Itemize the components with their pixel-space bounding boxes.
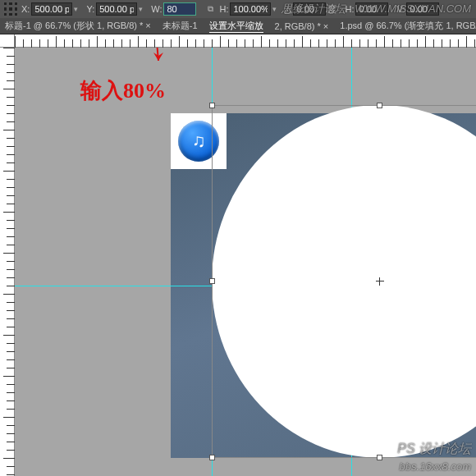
transform-bounding-box[interactable] (212, 105, 476, 458)
h-input[interactable] (230, 2, 271, 16)
transform-options-bar: X: ▾ Y: ▾ W: ⧉ H: ▾ △ 度 H: V: (0, 0, 476, 18)
angle-input[interactable] (293, 2, 326, 16)
h-label: H: (219, 4, 228, 14)
transform-handle[interactable] (209, 455, 215, 460)
annotation-arrow-icon (150, 48, 170, 77)
link-aspect-icon[interactable]: ⧉ (204, 3, 216, 15)
annotation-text: 输入80% (80, 76, 166, 105)
document-tab[interactable]: 1.psd @ 66.7% (渐变填充 1, RGB/8) * × (340, 20, 476, 32)
dropdown-icon[interactable]: ▾ (74, 5, 78, 13)
w-input[interactable] (163, 2, 196, 16)
w-label: W: (151, 4, 162, 14)
dropdown-icon[interactable]: ▾ (272, 5, 277, 13)
skew-v-input[interactable] (406, 2, 439, 16)
document-tab[interactable]: 未标题-1 (162, 20, 198, 32)
transform-handle[interactable] (377, 103, 382, 108)
transform-handle[interactable] (377, 455, 382, 460)
angle-unit: 度 (327, 3, 336, 16)
transform-handle[interactable] (209, 103, 215, 108)
y-input[interactable] (96, 2, 137, 16)
transform-center-icon[interactable] (376, 277, 384, 286)
skew-h-label: H: (345, 4, 354, 14)
canvas-workspace[interactable]: ♫ 输入80% (15, 48, 476, 476)
reference-point-grid[interactable] (3, 2, 18, 16)
document-tabbar: 标题-1 @ 66.7% (形状 1, RGB/8) * × 未标题-1 设置水… (0, 18, 476, 34)
document-tab[interactable]: 标题-1 @ 66.7% (形状 1, RGB/8) * × (5, 20, 151, 32)
tooltip-scale-horizontal: 设置水平缩放 (209, 20, 263, 33)
x-label: X: (21, 4, 30, 14)
angle-label: △ (285, 4, 291, 15)
skew-h-input[interactable] (355, 2, 388, 16)
ruler-origin[interactable] (0, 34, 15, 48)
y-label: Y: (86, 4, 94, 14)
horizontal-ruler[interactable] (15, 34, 476, 48)
document-canvas: ♫ (171, 113, 476, 458)
dropdown-icon[interactable]: ▾ (139, 5, 143, 13)
document-tab[interactable]: 2, RGB/8) * × (275, 21, 329, 31)
skew-v-label: V: (396, 4, 405, 14)
transform-handle[interactable] (209, 278, 215, 284)
vertical-ruler[interactable] (0, 48, 15, 476)
x-input[interactable] (31, 2, 72, 16)
